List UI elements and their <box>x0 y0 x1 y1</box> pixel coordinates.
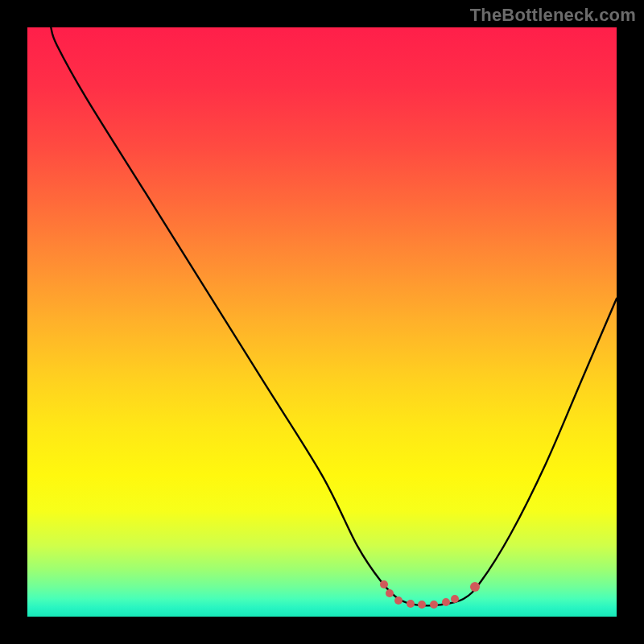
optimal-marker <box>394 597 402 605</box>
optimal-marker <box>418 601 426 609</box>
plot-area <box>27 27 617 617</box>
watermark-text: TheBottleneck.com <box>470 5 636 26</box>
optimal-marker <box>451 595 459 603</box>
background-gradient <box>27 27 617 617</box>
svg-rect-0 <box>27 27 617 617</box>
optimal-marker <box>470 582 480 592</box>
chart-frame: TheBottleneck.com <box>0 0 644 644</box>
optimal-marker <box>430 601 438 609</box>
optimal-marker <box>442 598 450 606</box>
optimal-marker <box>407 600 415 608</box>
optimal-marker <box>380 580 388 588</box>
optimal-marker <box>386 589 394 597</box>
